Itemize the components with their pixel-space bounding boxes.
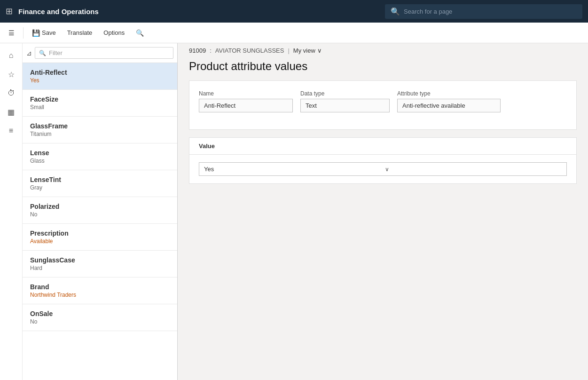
breadcrumb: 91009 : AVIATOR SUNGLASSES | My view ∨ <box>178 43 588 58</box>
list-item[interactable]: FaceSizeSmall <box>23 90 177 117</box>
list-item-value: Titanium <box>30 131 170 137</box>
sidebar-home-button[interactable]: ⌂ <box>3 47 20 64</box>
breadcrumb-id: 91009 <box>189 47 206 54</box>
list-search-container: 🔍 <box>35 47 173 59</box>
name-label: Name <box>199 90 293 97</box>
my-view-label: My view <box>293 47 315 54</box>
list-panel: ⊿ 🔍 Anti-ReflectYesFaceSizeSmallGlassFra… <box>23 43 178 380</box>
name-input[interactable] <box>199 99 293 112</box>
list-item[interactable]: PolarizedNo <box>23 197 177 224</box>
toolbar-separator-1 <box>23 27 24 39</box>
sidebar-icons: ⌂ ☆ ⏱ ▦ ≡ <box>0 43 23 380</box>
attribute-form: Name Data type Attribute type <box>189 80 577 130</box>
list-item-value: Hard <box>30 265 170 271</box>
breadcrumb-separator: | <box>288 47 289 54</box>
value-section-body: Yes ∨ <box>189 155 576 183</box>
list-items: Anti-ReflectYesFaceSizeSmallGlassFrameTi… <box>23 63 177 380</box>
list-item-value: No <box>30 211 170 218</box>
toolbar-search-icon: 🔍 <box>136 29 144 37</box>
list-item[interactable]: LenseGlass <box>23 143 177 170</box>
list-item[interactable]: BrandNorthwind Traders <box>23 277 177 304</box>
search-input[interactable] <box>404 8 577 15</box>
save-button[interactable]: 💾 Save <box>27 27 61 39</box>
list-filter-input[interactable] <box>49 49 169 56</box>
save-icon: 💾 <box>32 29 40 37</box>
list-item-value: No <box>30 318 170 325</box>
sidebar-workspaces-button[interactable]: ▦ <box>3 103 20 120</box>
search-icon: 🔍 <box>391 7 400 16</box>
app-title: Finance and Operations <box>18 8 379 16</box>
value-section: Value Yes ∨ <box>189 137 577 184</box>
grid-icon[interactable]: ⊞ <box>6 6 13 16</box>
detail-panel: 91009 : AVIATOR SUNGLASSES | My view ∨ P… <box>178 43 588 380</box>
list-item-name: Lense <box>30 149 170 157</box>
list-item-value: Small <box>30 104 170 111</box>
attrtype-label: Attribute type <box>397 90 501 97</box>
list-item[interactable]: Anti-ReflectYes <box>23 63 177 90</box>
my-view-chevron-icon: ∨ <box>317 47 322 54</box>
clock-icon: ⏱ <box>8 89 15 97</box>
list-item-name: LenseTint <box>30 176 170 183</box>
hamburger-icon: ☰ <box>8 29 15 37</box>
value-section-header: Value <box>189 138 576 155</box>
home-icon: ⌂ <box>9 51 14 60</box>
value-dropdown-text: Yes <box>204 166 381 173</box>
hamburger-button[interactable]: ☰ <box>4 27 19 39</box>
name-field: Name <box>199 90 293 112</box>
list-item-name: Brand <box>30 283 170 291</box>
form-fields-row: Name Data type Attribute type <box>199 90 567 112</box>
sidebar-recent-button[interactable]: ⏱ <box>3 85 20 102</box>
list-icon: ≡ <box>9 127 13 135</box>
sidebar-favorites-button[interactable]: ☆ <box>3 66 20 83</box>
list-item-value: Northwind Traders <box>30 292 170 298</box>
list-item-value: Glass <box>30 158 170 164</box>
top-search-bar: 🔍 <box>385 4 582 19</box>
top-nav: ⊞ Finance and Operations 🔍 <box>0 0 588 23</box>
star-icon: ☆ <box>8 70 15 79</box>
toolbar-search-button[interactable]: 🔍 <box>131 27 149 39</box>
list-item[interactable]: PrescriptionAvailable <box>23 224 177 251</box>
list-item-name: Polarized <box>30 203 170 210</box>
list-item[interactable]: LenseTintGray <box>23 170 177 197</box>
options-button[interactable]: Options <box>99 27 129 39</box>
main-layout: ⌂ ☆ ⏱ ▦ ≡ ⊿ 🔍 Anti-ReflectYesFaceSizeSma… <box>0 43 588 380</box>
list-item-value: Yes <box>30 77 170 84</box>
list-item-name: Prescription <box>30 230 170 237</box>
secondary-toolbar: ☰ 💾 Save Translate Options 🔍 <box>0 23 588 43</box>
attrtype-field: Attribute type <box>397 90 501 112</box>
grid-small-icon: ▦ <box>8 108 15 117</box>
chevron-down-icon: ∨ <box>385 166 562 173</box>
list-filter-bar: ⊿ 🔍 <box>23 43 177 63</box>
datatype-field: Data type <box>300 90 390 112</box>
list-item-name: SunglassCase <box>30 256 170 264</box>
list-item-name: FaceSize <box>30 95 170 103</box>
list-item[interactable]: SunglassCaseHard <box>23 251 177 277</box>
filter-icon: ⊿ <box>26 49 32 57</box>
list-item-value: Gray <box>30 184 170 191</box>
breadcrumb-colon: : <box>210 47 212 54</box>
sidebar-list-button[interactable]: ≡ <box>3 122 20 139</box>
translate-button[interactable]: Translate <box>63 27 97 39</box>
datatype-input[interactable] <box>300 99 390 112</box>
page-title: Product attribute values <box>178 58 588 80</box>
datatype-label: Data type <box>300 90 390 97</box>
list-item-name: GlassFrame <box>30 122 170 130</box>
my-view-button[interactable]: My view ∨ <box>293 47 322 54</box>
attrtype-input[interactable] <box>397 99 501 112</box>
list-item[interactable]: OnSaleNo <box>23 304 177 331</box>
breadcrumb-name: AVIATOR SUNGLASSES <box>215 47 284 54</box>
value-dropdown[interactable]: Yes ∨ <box>199 162 567 176</box>
list-item-name: Anti-Reflect <box>30 69 170 76</box>
list-item[interactable]: GlassFrameTitanium <box>23 117 177 143</box>
list-search-icon: 🔍 <box>39 50 46 56</box>
list-item-value: Available <box>30 238 170 245</box>
list-item-name: OnSale <box>30 310 170 317</box>
